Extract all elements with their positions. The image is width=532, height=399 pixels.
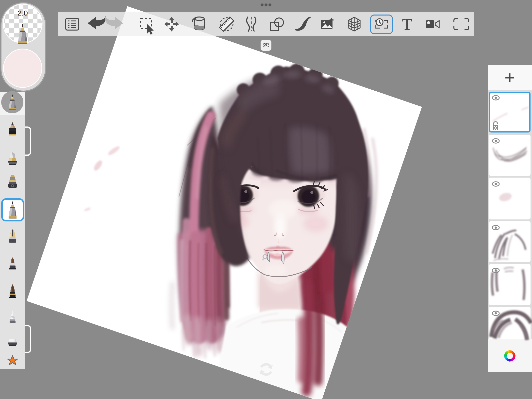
svg-text:T: T [402, 15, 412, 33]
svg-text:2.0: 2.0 [17, 9, 28, 17]
